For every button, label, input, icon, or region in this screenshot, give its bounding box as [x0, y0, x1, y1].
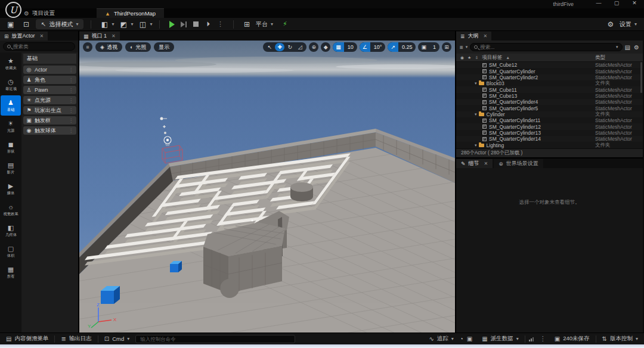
- maximize-viewport-button[interactable]: ⊞: [442, 42, 451, 52]
- play-button[interactable]: [169, 21, 175, 28]
- drag-handle-icon[interactable]: ⋮: [69, 108, 73, 113]
- tab-place-actors[interactable]: ⊞ 放置Actor ✕: [0, 32, 48, 41]
- camera-speed-control[interactable]: ▣ 1: [418, 42, 439, 52]
- rotate-tool-icon[interactable]: ↻: [285, 43, 295, 51]
- outliner-row[interactable]: ▾ SM_QuarterCylinder12 StaticMeshActor: [456, 123, 643, 129]
- create-folder-icon[interactable]: ▤: [625, 44, 630, 51]
- select-tool-icon[interactable]: ↖: [265, 43, 274, 51]
- tab-project-settings[interactable]: ⚙ 项目设置: [24, 10, 55, 17]
- menu-item[interactable]: [52, 4, 63, 5]
- menu-item[interactable]: [26, 4, 37, 5]
- perspective-dropdown[interactable]: ◈ 透视: [95, 42, 122, 52]
- place-category[interactable]: ▢ 体积: [1, 241, 21, 262]
- outliner-row[interactable]: ▾ SM_QuarterCylinder13 StaticMeshActor: [456, 130, 643, 136]
- pin-column-icon[interactable]: ⇩: [475, 55, 478, 60]
- platforms-dropdown[interactable]: ⊞ 平台 ▾: [241, 20, 273, 29]
- place-category[interactable]: ▤ 影片: [1, 158, 21, 178]
- place-actor-item[interactable]: ☀ 点光源 ⋮: [23, 96, 76, 104]
- place-category[interactable]: ☼ 视觉效果: [1, 200, 21, 220]
- outliner-row[interactable]: ▾ SM_Cube11 StaticMeshActor: [456, 86, 643, 92]
- eject-button[interactable]: ⏵: [206, 20, 210, 28]
- place-category[interactable]: ♟ 基础: [1, 95, 21, 116]
- place-category[interactable]: ◷ 最近项: [1, 74, 21, 95]
- trace-dropdown[interactable]: ∿ 追踪 ▾: [423, 333, 459, 344]
- tab-viewport[interactable]: ▦ 视口 1 ✕: [79, 32, 120, 41]
- unreal-logo-icon[interactable]: U: [5, 2, 21, 18]
- viewport-3d-scene[interactable]: ≡ ◈ 透视 ◐ 光照 显示 ↖ ✚: [79, 41, 455, 333]
- outliner-row[interactable]: ▾ Cylinder 文件夹: [456, 111, 643, 117]
- viewport-options-button[interactable]: ≡: [83, 42, 92, 52]
- tab-outliner[interactable]: ≣ 大纲 ✕: [456, 32, 491, 41]
- frame-skip-button[interactable]: [181, 21, 187, 27]
- blueprints-dropdown[interactable]: ◩▾: [117, 20, 133, 29]
- menu-item[interactable]: [105, 4, 116, 5]
- unsaved-button[interactable]: ▣ 240未保存: [549, 333, 596, 344]
- place-actor-item[interactable]: ◉ 触发球体 ⋮: [23, 126, 76, 135]
- outliner-row[interactable]: ▾ SM_QuarterCylinder StaticMeshActor: [456, 68, 643, 74]
- browse-content-icon[interactable]: ⊡: [20, 20, 32, 29]
- outliner-row[interactable]: ▾ SM_Cube12 StaticMeshActor: [456, 62, 643, 68]
- filter-icon[interactable]: ≡: [460, 44, 463, 51]
- outliner-row[interactable]: ▾ SM_Cube13 StaticMeshActor: [456, 93, 643, 99]
- outliner-search-input[interactable]: [480, 44, 614, 50]
- add-actor-dropdown[interactable]: ◧▾: [98, 20, 114, 29]
- menu-item[interactable]: [79, 4, 89, 5]
- drag-handle-icon[interactable]: ⋮: [69, 98, 73, 103]
- select-mode-dropdown[interactable]: ↖ 选择模式 ▾: [36, 19, 83, 29]
- snapshot-icon[interactable]: ▣: [467, 335, 472, 342]
- place-category[interactable]: ▦ 所有: [1, 262, 21, 282]
- revision-control-dropdown[interactable]: ⇅ 版本控制 ▾: [596, 333, 644, 344]
- cmd-dropdown[interactable]: ⊡ Cmd ▾: [98, 333, 135, 344]
- scale-snap-control[interactable]: ↗ 0.25: [388, 42, 416, 52]
- menu-item[interactable]: [39, 4, 50, 5]
- outliner-row[interactable]: ▾ SM_QuarterCylinder14 StaticMeshActor: [456, 136, 643, 142]
- place-category[interactable]: ★ 收藏夹: [1, 54, 21, 74]
- close-button[interactable]: ✕: [630, 0, 639, 6]
- outliner-row[interactable]: ▾ SM_QuarterCylinder2 StaticMeshActor: [456, 74, 643, 80]
- menu-item[interactable]: [92, 4, 103, 5]
- output-log-button[interactable]: ≣ 输出日志: [55, 333, 97, 344]
- derived-data-dropdown[interactable]: ▦ 派生数据 ▾: [476, 333, 524, 344]
- tab-world-settings[interactable]: ⊕ 世界场景设置: [494, 159, 543, 168]
- status-options-dots[interactable]: ⋮: [537, 335, 549, 343]
- play-options-dots[interactable]: ⋮: [215, 20, 226, 28]
- timer-icon[interactable]: ◔: [460, 335, 463, 342]
- outliner-scrollbar[interactable]: [640, 62, 642, 93]
- move-tool-icon[interactable]: ✚: [275, 43, 284, 51]
- place-category[interactable]: ☀ 光源: [1, 116, 21, 136]
- drag-handle-icon[interactable]: ⋮: [69, 88, 73, 93]
- close-icon[interactable]: ✕: [40, 33, 44, 39]
- drag-handle-icon[interactable]: ⋮: [69, 118, 73, 123]
- place-actor-item[interactable]: ▣ 触发框 ⋮: [23, 116, 76, 125]
- grid-snap-control[interactable]: ▦ 10: [333, 42, 357, 52]
- close-icon[interactable]: ✕: [484, 33, 488, 39]
- visibility-column-icon[interactable]: ◉: [460, 55, 464, 60]
- save-icon[interactable]: ▣: [5, 20, 17, 29]
- maximize-button[interactable]: ▢: [612, 0, 621, 6]
- rotation-snap-control[interactable]: ∠ 10°: [360, 42, 386, 52]
- world-space-toggle[interactable]: ⊕: [309, 42, 318, 52]
- console-command-input-box[interactable]: [135, 335, 295, 343]
- outliner-search[interactable]: ▾: [470, 43, 622, 51]
- attach-debugger-icon[interactable]: ⚡: [283, 20, 287, 28]
- outliner-column-header[interactable]: ◉ ★ ⇩ 项目标签 ▲ 类型: [456, 54, 643, 62]
- settings-dropdown[interactable]: ⚙ 设置 ▾: [605, 20, 637, 29]
- cinematics-dropdown[interactable]: ◫▾: [137, 20, 152, 29]
- outliner-row[interactable]: ▾ SM_QuarterCylinder11 StaticMeshActor: [456, 117, 643, 123]
- outliner-row[interactable]: ▾ Lighting 文件夹: [456, 142, 643, 148]
- tab-level-thirdpersonmap[interactable]: ▲ ThirdPersonMap: [97, 8, 164, 18]
- expand-caret-icon[interactable]: ▾: [475, 112, 477, 117]
- outliner-row[interactable]: ▾ Block03 文件夹: [456, 80, 643, 86]
- lit-mode-dropdown[interactable]: ◐ 光照: [125, 42, 151, 52]
- drag-handle-icon[interactable]: ⋮: [69, 128, 73, 133]
- drag-handle-icon[interactable]: ⋮: [69, 77, 73, 83]
- stop-button[interactable]: [193, 21, 199, 27]
- minimize-button[interactable]: —: [594, 0, 603, 6]
- close-icon[interactable]: ✕: [484, 161, 488, 166]
- surface-snapping-button[interactable]: ◆: [321, 42, 330, 52]
- expand-caret-icon[interactable]: ▾: [475, 81, 477, 86]
- place-search[interactable]: [3, 42, 75, 51]
- place-category[interactable]: ▶ 媒体: [1, 179, 21, 199]
- place-search-input[interactable]: [13, 44, 71, 49]
- expand-caret-icon[interactable]: ▾: [475, 143, 477, 148]
